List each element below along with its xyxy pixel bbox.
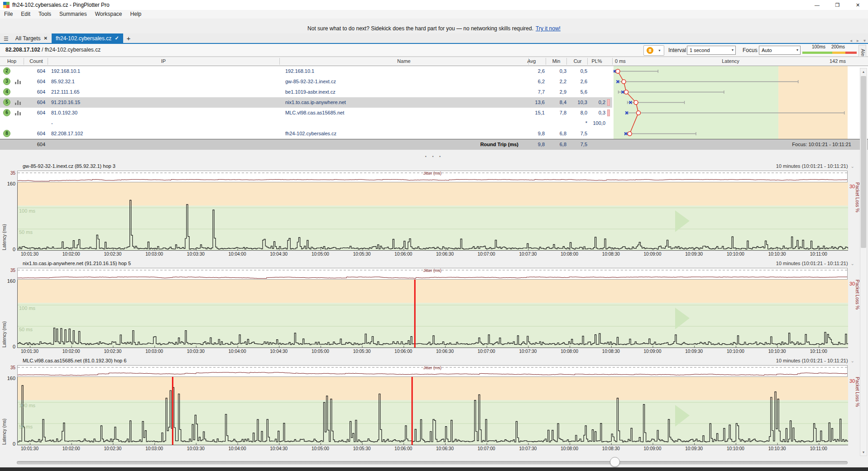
jitter-axis-max-label: 35 [5,171,15,176]
pingplotter-window: fh24-102.cybersales.cz - PingPlotter Pro… [0,0,868,471]
menu-item-file[interactable]: File [0,10,17,19]
time-axis-tick-label: 10:03:30 [187,349,205,354]
packet-loss-axis-title: Packet Loss % [855,377,860,445]
time-axis-tick-label: 10:06:30 [436,252,454,257]
hop-avg: 9,8 [518,128,545,139]
timeline-graph-indicator-icon [15,100,21,105]
tab-dropdown-icon[interactable]: ▾ [861,38,868,43]
scroll-down-icon[interactable]: ▼ [860,449,867,456]
chevron-down-icon[interactable]: ⌄ [851,261,854,266]
pane-splitter-handle[interactable]: • • • [0,154,868,159]
round-trip-row: 604 Round Trip (ms) 9,8 6,8 7,5 Focus: 1… [0,139,868,150]
round-trip-avg: 9,8 [518,139,545,150]
graph-time-range-selector[interactable]: 10 minutes (10:01:21 - 10:11:21)⌄ [776,163,854,169]
time-scroll-thumb[interactable] [610,457,620,467]
jitter-axis-max-label: 35 [5,268,15,273]
time-axis-tick-label: 10:04:00 [229,446,246,451]
hop-row-6[interactable]: 660481.0.192.30MLC.vl98.cas.as15685.net1… [0,108,612,118]
hop-count [25,118,45,128]
chevron-down-icon: ▾ [796,46,798,54]
time-axis-tick-label: 10:07:30 [519,446,537,451]
graph-time-range-selector[interactable]: 10 minutes (10:01:21 - 10:11:21)⌄ [776,261,854,266]
hop-cur: 0,5 [568,66,587,76]
time-axis-tick-label: 10:03:30 [187,446,205,451]
time-axis-tick-label: 10:06:30 [436,446,454,451]
menu-item-tools[interactable]: Tools [34,10,55,19]
time-axis-tick-label: 10:07:00 [478,349,495,354]
hop-row-unknown[interactable]: -*100,0 [0,118,612,128]
scrollbar-thumb[interactable] [861,76,866,248]
target-list-icon[interactable]: ☰ [0,36,11,43]
threshold-50ms-label: 50 ms [19,424,33,429]
time-axis-tick-label: 10:02:30 [104,349,121,354]
tab-scroll-left-icon[interactable]: ◂ [848,38,854,43]
hop-cur: 8,0 [568,108,587,118]
timeline-graph-hop: MLC.vl98.cas.as15685.net (81.0.192.30) h… [0,357,868,455]
hop-pl [586,128,605,139]
hop-avg: 2,6 [518,66,545,76]
col-header-ip[interactable]: IP [48,57,279,66]
col-header-avg[interactable]: Avg [518,57,545,66]
col-header-count[interactable]: Count [25,57,48,66]
menu-item-workspace[interactable]: Workspace [91,10,126,19]
vertical-scrollbar[interactable]: ▲ ▼ [860,68,867,456]
graph-title: gw-85-92-32-1.inext.cz (85.92.32.1) hop … [23,163,115,169]
hop-name: nix1.to.cas.ip-anywhere.net [285,97,346,108]
minimize-button[interactable]: — [807,0,827,10]
col-header-min[interactable]: Min [546,57,566,66]
time-axis-tick-label: 10:08:00 [561,349,578,354]
menu-item-help[interactable]: Help [126,10,146,19]
col-header-name[interactable]: Name [279,57,528,66]
hop-row-2[interactable]: 2604192.168.10.1192.168.10.12,60,30,5 [0,66,612,76]
graph-time-range-selector[interactable]: 10 minutes (10:01:21 - 10:11:21)⌄ [776,358,854,363]
hop-number-badge: 3 [3,78,10,85]
packet-loss-strip [607,99,610,106]
hop-row-5[interactable]: 560491.210.16.15nix1.to.cas.ip-anywhere.… [0,97,612,108]
time-axis-tick-label: 10:05:30 [353,349,371,354]
hop-row-3[interactable]: 360485.92.32.1gw-85-92-32-1.inext.cz6,22… [0,76,612,87]
restore-button[interactable]: ❐ [827,0,848,10]
tab-active-target[interactable]: fh24-102.cybersales.cz ✓ [52,33,123,43]
hop-count: 604 [25,97,45,108]
scroll-up-icon[interactable]: ▲ [860,68,867,75]
try-it-now-link[interactable]: Try it now! [536,25,561,32]
tab-all-targets[interactable]: All Targets ✕ [11,33,52,43]
timeline-graphs: gw-85-92-32-1.inext.cz (85.92.32.1) hop … [0,163,868,455]
hop-row-4[interactable]: 4604212.111.1.65be1.1019-asbr.inext.cz7,… [0,87,612,97]
latency-axis-title: Latency (ms) [2,280,7,347]
chevron-down-icon[interactable]: ⌄ [851,358,854,363]
time-scroll-track[interactable] [17,461,848,464]
chevron-down-icon[interactable]: ⌄ [851,164,854,169]
hop-number-badge: 8 [3,130,10,137]
hop-name: fh24-102.cybersales.cz [285,128,336,139]
time-axis-tick-label: 10:11:00 [810,252,827,257]
new-tab-button[interactable]: + [123,34,134,43]
hop-ip: 85.92.32.1 [51,76,75,87]
round-trip-count: 604 [25,139,45,150]
close-tab-icon[interactable]: ✕ [44,36,48,41]
latency-plot[interactable] [17,377,848,445]
focus-select[interactable]: Auto ▾ [759,46,801,55]
time-axis-tick-label: 10:07:00 [478,446,495,451]
graph-title: nix1.to.cas.ip-anywhere.net (91.210.16.1… [23,261,131,266]
round-trip-min: 6,8 [546,139,566,150]
col-header-hop[interactable]: Hop [0,57,24,66]
time-axis-tick-label: 10:06:00 [394,349,412,354]
col-header-pl[interactable]: PL% [586,57,608,66]
menu-item-summaries[interactable]: Summaries [55,10,91,19]
hop-row-8[interactable]: 860482.208.17.102fh24-102.cybersales.cz9… [0,128,612,139]
time-axis-tick-label: 10:11:00 [810,349,827,354]
menu-item-edit[interactable]: Edit [17,10,34,19]
pause-dropdown-button[interactable]: ▾ [655,45,664,56]
packet-loss-axis-max-label: 30 [849,378,855,384]
latency-plot[interactable] [17,182,848,251]
packet-loss-axis-title: Packet Loss % [855,280,860,347]
threshold-50ms-label: 50 ms [19,327,33,332]
tab-scroll-right-icon[interactable]: ▸ [854,38,861,43]
latency-plot[interactable] [17,280,848,348]
pause-button[interactable] [643,45,657,56]
interval-select[interactable]: 1 second ▾ [687,46,736,55]
close-button[interactable]: ✕ [848,0,868,10]
col-header-cur[interactable]: Cur [568,57,587,66]
jitter-axis-max-label: 35 [5,365,15,370]
